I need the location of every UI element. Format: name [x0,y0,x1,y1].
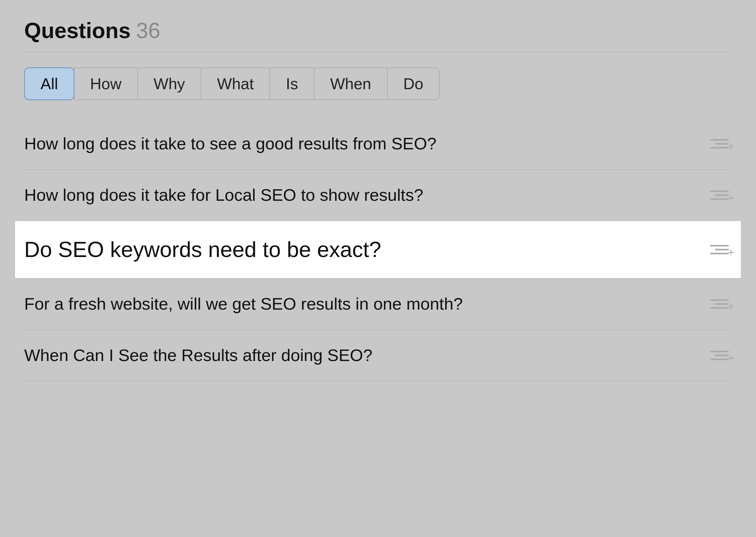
question-item[interactable]: Do SEO keywords need to be exact?+ [15,221,741,279]
plus-icon: + [728,302,734,312]
add-to-list-icon[interactable]: + [708,190,732,200]
question-item[interactable]: How long does it take to see a good resu… [24,118,732,170]
question-item[interactable]: For a fresh website, will we get SEO res… [24,278,732,330]
question-count: 36 [136,18,160,43]
filter-tab-all[interactable]: All [24,67,74,100]
filter-tabs: AllHowWhyWhatIsWhenDo [24,67,732,100]
filter-tab-why[interactable]: Why [137,67,201,100]
question-text: How long does it take to see a good resu… [24,133,436,155]
filter-tab-how[interactable]: How [74,67,137,100]
page-header: Questions 36 [24,18,732,52]
add-to-list-icon[interactable]: + [708,299,732,309]
filter-tab-do[interactable]: Do [387,67,440,100]
question-item[interactable]: When Can I See the Results after doing S… [24,330,732,381]
page-title: Questions [24,18,131,43]
question-text: For a fresh website, will we get SEO res… [24,293,463,315]
filter-tab-what[interactable]: What [201,67,270,100]
add-to-list-icon[interactable]: + [708,245,732,254]
filter-tab-is[interactable]: Is [270,67,314,100]
questions-list: How long does it take to see a good resu… [24,118,732,381]
plus-icon: + [728,353,734,364]
filter-tab-when[interactable]: When [314,67,387,100]
plus-icon: + [728,192,734,203]
question-text: When Can I See the Results after doing S… [24,345,373,366]
question-text: Do SEO keywords need to be exact? [24,235,381,264]
plus-icon: + [728,247,734,258]
add-to-list-icon[interactable]: + [708,139,732,148]
plus-icon: + [728,141,734,152]
question-text: How long does it take for Local SEO to s… [24,184,423,206]
add-to-list-icon[interactable]: + [708,351,732,360]
question-item[interactable]: How long does it take for Local SEO to s… [24,170,732,221]
